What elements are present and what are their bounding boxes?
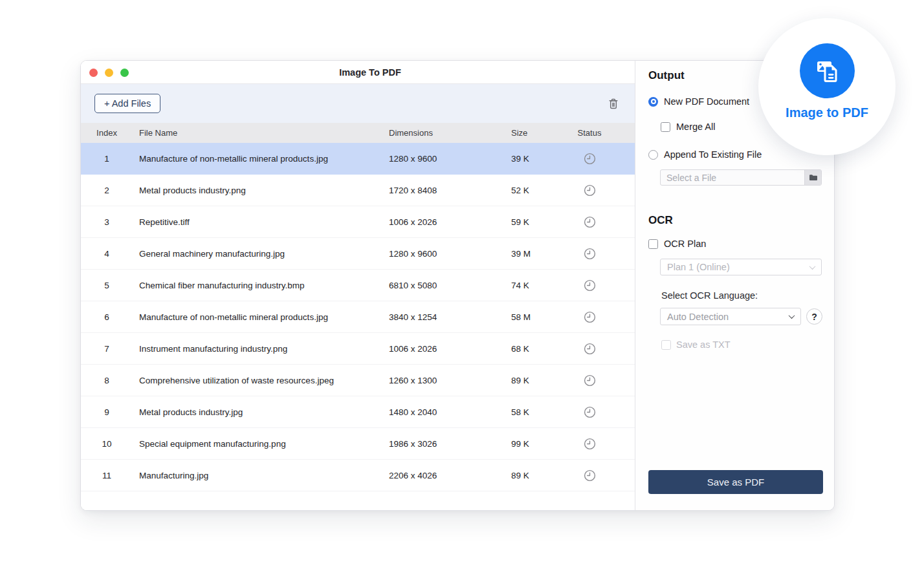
row-index: 8 bbox=[81, 376, 133, 385]
clock-icon bbox=[584, 184, 596, 197]
radio-off-icon[interactable] bbox=[648, 150, 658, 160]
ocr-section-title: OCR bbox=[648, 214, 822, 227]
table-row[interactable]: 4 General machinery manufacturing.jpg 12… bbox=[81, 238, 635, 270]
table-row[interactable]: 6 Manufacture of non-metallic mineral pr… bbox=[81, 301, 635, 333]
window-title: Image To PDF bbox=[81, 61, 635, 84]
image-to-pdf-icon bbox=[800, 43, 855, 98]
traffic-lights bbox=[89, 69, 129, 77]
clock-icon bbox=[584, 374, 596, 387]
row-file-name: Manufacture of non-metallic mineral prod… bbox=[133, 154, 389, 164]
feature-badge-label: Image to PDF bbox=[786, 105, 868, 120]
ocr-language-select[interactable]: Auto Detection bbox=[660, 308, 801, 325]
row-index: 6 bbox=[81, 312, 133, 322]
ocr-plan-select-value: Plan 1 (Online) bbox=[667, 262, 730, 272]
row-file-name: Manufacture of non-metallic mineral prod… bbox=[133, 312, 389, 322]
row-size: 89 K bbox=[511, 471, 574, 480]
checkbox-unchecked-icon[interactable] bbox=[661, 122, 670, 132]
row-status bbox=[574, 153, 635, 165]
row-status bbox=[574, 216, 635, 228]
browse-file-button[interactable] bbox=[804, 170, 821, 185]
row-size: 39 M bbox=[511, 249, 574, 259]
row-size: 89 K bbox=[511, 376, 574, 385]
trash-icon bbox=[607, 97, 620, 111]
table-row[interactable]: 7 Instrument manufacturing industry.png … bbox=[81, 333, 635, 365]
row-dimensions: 6810 x 5080 bbox=[389, 281, 511, 290]
row-file-name: Repetitive.tiff bbox=[133, 217, 389, 227]
table-row[interactable]: 8 Comprehensive utilization of waste res… bbox=[81, 365, 635, 396]
row-index: 10 bbox=[81, 439, 133, 449]
minimize-button[interactable] bbox=[105, 69, 113, 77]
row-index: 7 bbox=[81, 344, 133, 354]
table-row[interactable]: 5 Chemical fiber manufacturing industry.… bbox=[81, 270, 635, 301]
row-index: 4 bbox=[81, 249, 133, 259]
row-size: 74 K bbox=[511, 281, 574, 290]
header-status: Status bbox=[574, 128, 635, 138]
row-size: 59 K bbox=[511, 217, 574, 227]
row-status bbox=[574, 343, 635, 355]
ocr-plan-select[interactable]: Plan 1 (Online) bbox=[660, 259, 822, 275]
table-row[interactable]: 3 Repetitive.tiff 1006 x 2026 59 K bbox=[81, 206, 635, 238]
row-dimensions: 1006 x 2026 bbox=[389, 344, 511, 354]
table-row[interactable]: 1 Manufacture of non-metallic mineral pr… bbox=[81, 143, 635, 175]
header-index: Index bbox=[81, 128, 133, 138]
save-as-pdf-button[interactable]: Save as PDF bbox=[648, 470, 823, 494]
row-index: 2 bbox=[81, 186, 133, 195]
ocr-language-select-value: Auto Detection bbox=[667, 312, 729, 322]
append-option[interactable]: Append To Existing File bbox=[648, 148, 822, 161]
row-status bbox=[574, 469, 635, 482]
row-dimensions: 1480 x 2040 bbox=[389, 407, 511, 417]
row-dimensions: 1986 x 3026 bbox=[389, 439, 511, 449]
row-dimensions: 1260 x 1300 bbox=[389, 376, 511, 385]
row-status bbox=[574, 248, 635, 260]
row-size: 39 K bbox=[511, 154, 574, 164]
file-table-body: 1 Manufacture of non-metallic mineral pr… bbox=[81, 143, 635, 510]
row-status bbox=[574, 374, 635, 387]
feature-badge: Image to PDF bbox=[758, 18, 896, 155]
save-as-txt-label: Save as TXT bbox=[676, 339, 731, 350]
select-file-input[interactable]: Select a File bbox=[660, 169, 822, 186]
row-index: 1 bbox=[81, 154, 133, 164]
clock-icon bbox=[584, 153, 596, 165]
checkbox-unchecked-icon[interactable] bbox=[648, 239, 658, 249]
row-file-name: Special equipment manufacturing.png bbox=[133, 439, 389, 449]
row-dimensions: 1006 x 2026 bbox=[389, 217, 511, 227]
folder-icon bbox=[809, 174, 818, 181]
row-file-name: Metal products industry.png bbox=[133, 186, 389, 195]
close-button[interactable] bbox=[89, 69, 98, 77]
toolbar: + Add Files bbox=[81, 84, 635, 123]
add-files-button[interactable]: + Add Files bbox=[94, 94, 160, 113]
ocr-language-label: Select OCR Language: bbox=[661, 290, 822, 301]
table-row[interactable]: 10 Special equipment manufacturing.png 1… bbox=[81, 428, 635, 460]
row-index: 11 bbox=[81, 471, 133, 480]
chevron-down-icon bbox=[789, 312, 795, 319]
row-file-name: Instrument manufacturing industry.png bbox=[133, 344, 389, 354]
clock-icon bbox=[584, 216, 596, 228]
clock-icon bbox=[584, 343, 596, 355]
row-dimensions: 1280 x 9600 bbox=[389, 154, 511, 164]
row-size: 68 K bbox=[511, 344, 574, 354]
titlebar: Image To PDF bbox=[81, 61, 635, 84]
zoom-button[interactable] bbox=[120, 69, 129, 77]
help-button[interactable]: ? bbox=[806, 308, 822, 325]
table-row[interactable]: 2 Metal products industry.png 1720 x 840… bbox=[81, 175, 635, 206]
radio-on-icon[interactable] bbox=[648, 97, 658, 107]
clock-icon bbox=[584, 279, 596, 292]
row-status bbox=[574, 279, 635, 292]
merge-all-label: Merge All bbox=[676, 122, 715, 132]
table-row[interactable]: 9 Metal products industry.jpg 1480 x 204… bbox=[81, 396, 635, 428]
header-size: Size bbox=[511, 128, 574, 138]
page: Image To PDF + Add Files Ind bbox=[0, 0, 924, 569]
row-dimensions: 3840 x 1254 bbox=[389, 312, 511, 322]
select-file-placeholder: Select a File bbox=[661, 170, 804, 185]
row-file-name: General machinery manufacturing.jpg bbox=[133, 249, 389, 259]
row-size: 52 K bbox=[511, 186, 574, 195]
row-size: 99 K bbox=[511, 439, 574, 449]
ocr-plan-option[interactable]: OCR Plan bbox=[648, 237, 822, 250]
append-label: Append To Existing File bbox=[664, 149, 762, 160]
delete-button[interactable] bbox=[607, 97, 620, 111]
row-size: 58 K bbox=[511, 407, 574, 417]
save-as-txt-option: Save as TXT bbox=[661, 338, 822, 351]
row-index: 9 bbox=[81, 407, 133, 417]
table-row[interactable]: 11 Manufacturing.jpg 2206 x 4026 89 K bbox=[81, 460, 635, 491]
app-window: Image To PDF + Add Files Ind bbox=[80, 60, 835, 511]
